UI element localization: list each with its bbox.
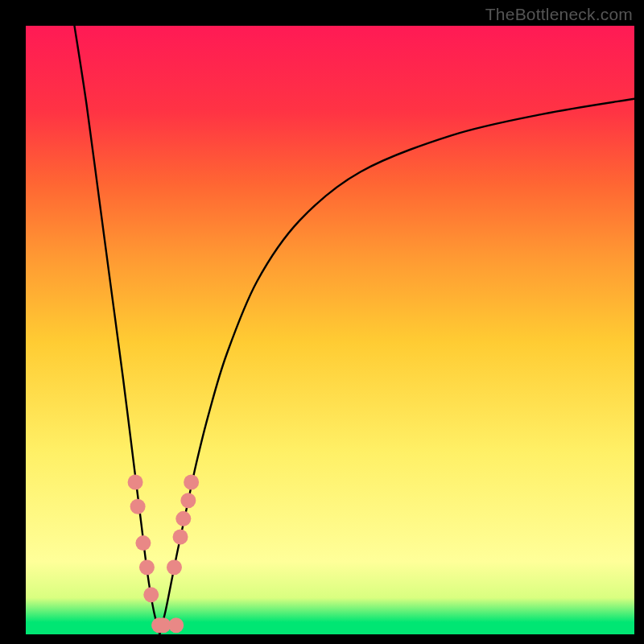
data-dot (135, 535, 151, 551)
chart-svg (26, 26, 634, 634)
data-dot (128, 475, 143, 490)
data-dot (143, 587, 159, 602)
curve-right-branch (159, 99, 634, 634)
data-dot (180, 493, 196, 508)
watermark-label: TheBottleneck.com (485, 5, 633, 24)
chart-stage: TheBottleneck.com (0, 0, 644, 644)
data-dot (168, 617, 184, 633)
data-dot (173, 530, 188, 545)
data-dot (175, 511, 191, 526)
data-dot (167, 559, 182, 575)
data-dot (130, 499, 146, 514)
data-dot (184, 475, 199, 490)
data-dot (139, 559, 155, 575)
plot-area (26, 26, 634, 634)
